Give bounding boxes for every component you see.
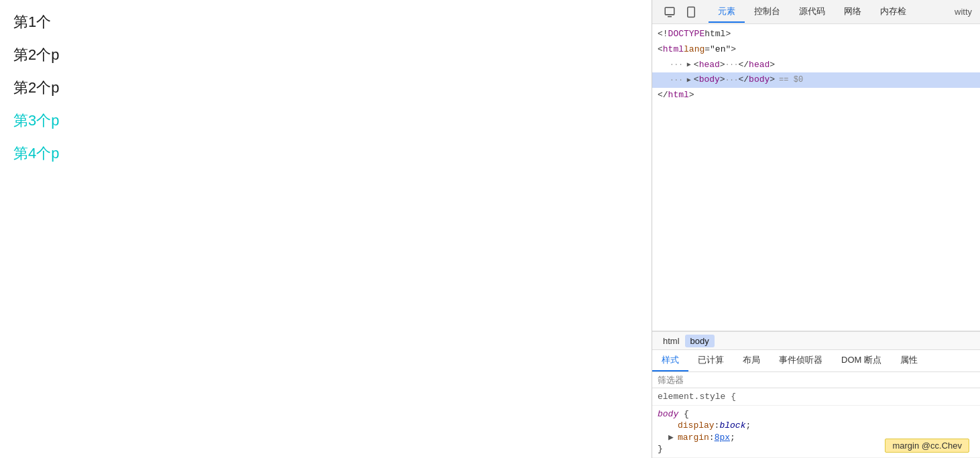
dom-line-3[interactable]: ···▶ <body> ··· </body>== $0 <box>652 72 980 88</box>
page-item-3: 第3个p <box>13 109 638 131</box>
dom-ellipsis: ··· <box>670 74 683 87</box>
dom-line-4[interactable]: </html> <box>652 88 980 103</box>
witty-label: witty <box>955 7 972 17</box>
style-expand-arrow[interactable]: ▶ <box>668 432 678 443</box>
toolbar-tab-2[interactable]: 源代码 <box>790 1 835 23</box>
page-item-1: 第2个p <box>13 44 638 66</box>
style-selector: body <box>658 409 678 419</box>
breadcrumb-bar: htmlbody <box>652 331 980 350</box>
style-rule-0: element.style { <box>652 388 980 406</box>
page-item-0: 第1个 <box>13 11 638 33</box>
dom-line-0[interactable]: <!DOCTYPE html> <box>652 27 980 42</box>
dom-ellipsis: ··· <box>670 59 683 71</box>
dom-line-2[interactable]: ···▶ <head> ··· </head> <box>652 58 980 73</box>
breadcrumb-item-1[interactable]: body <box>685 335 715 347</box>
toolbar-tab-1[interactable]: 控制台 <box>745 1 790 23</box>
styles-tab-3[interactable]: 事件侦听器 <box>770 350 832 371</box>
styles-tab-1[interactable]: 已计算 <box>688 350 733 371</box>
svg-rect-1 <box>688 7 695 17</box>
styles-tab-4[interactable]: DOM 断点 <box>832 350 891 371</box>
toolbar-tab-4[interactable]: 内存检 <box>871 1 916 23</box>
inspect-icon[interactable] <box>660 3 679 21</box>
filter-input[interactable] <box>658 375 975 385</box>
devtools-toolbar: 元素控制台源代码网络内存检 witty <box>652 0 980 24</box>
dom-line-1[interactable]: <html lang="en"> <box>652 42 980 58</box>
styles-tab-2[interactable]: 布局 <box>733 350 770 371</box>
device-icon[interactable] <box>682 3 700 21</box>
styles-tab-5[interactable]: 属性 <box>891 350 927 371</box>
bottom-hint-tooltip: margin @cc.Chev <box>885 439 969 453</box>
page-item-2: 第2个p <box>13 76 638 99</box>
devtools-panel: 元素控制台源代码网络内存检 witty <!DOCTYPE html><html… <box>652 0 980 458</box>
svg-rect-0 <box>665 7 674 15</box>
dom-expand-arrow[interactable]: ▶ <box>684 76 694 85</box>
dom-expand-arrow[interactable]: ▶ <box>684 60 694 70</box>
breadcrumb-item-0[interactable]: html <box>658 335 685 347</box>
toolbar-tab-0[interactable]: 元素 <box>709 1 745 23</box>
styles-tab-0[interactable]: 样式 <box>652 350 688 371</box>
toolbar-tab-3[interactable]: 网络 <box>835 1 871 23</box>
style-property-line-0: display: block; <box>658 420 975 431</box>
devtools-tabs: 元素控制台源代码网络内存检 <box>709 1 916 23</box>
elements-panel[interactable]: <!DOCTYPE html><html lang="en">···▶ <hea… <box>652 24 980 331</box>
styles-tabs: 样式已计算布局事件侦听器DOM 断点属性 <box>652 350 980 372</box>
filter-bar <box>652 372 980 388</box>
webpage-content: 第1个第2个p第2个p第3个p第4个p <box>0 0 652 458</box>
page-item-4: 第4个p <box>13 142 638 164</box>
style-selector: element.style { <box>658 392 736 402</box>
